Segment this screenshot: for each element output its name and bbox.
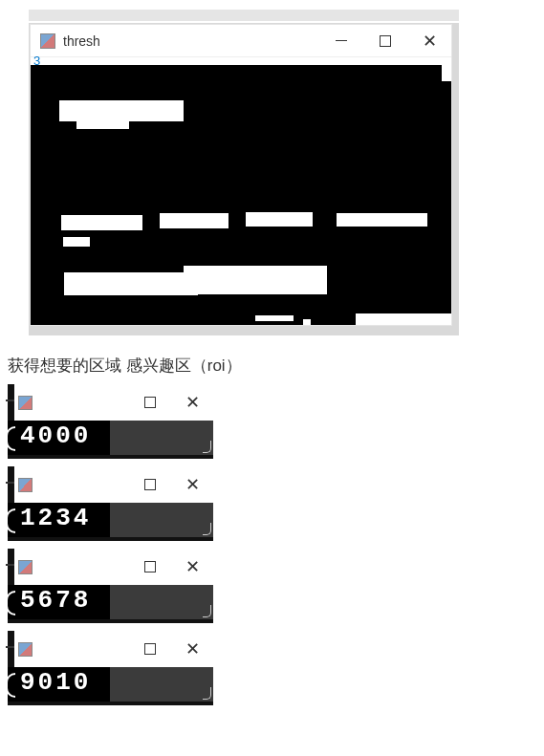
- minimize-button[interactable]: [319, 26, 363, 56]
- roi-window: ✕ 9010: [8, 631, 213, 705]
- dash-icon: [6, 564, 14, 566]
- close-icon: ✕: [185, 558, 200, 575]
- roi-body: 1234: [8, 503, 213, 537]
- roi-digits: 4000: [14, 421, 110, 455]
- maximize-button[interactable]: [363, 26, 407, 56]
- thresh-outer-frame: 3 thresh ✕: [29, 23, 459, 335]
- titlebar: ✕: [14, 384, 213, 421]
- close-icon: ✕: [185, 394, 200, 411]
- line-number: 3: [33, 54, 40, 68]
- maximize-button[interactable]: [129, 634, 171, 664]
- svg-rect-11: [184, 266, 327, 294]
- close-icon: ✕: [185, 640, 200, 658]
- svg-rect-14: [356, 313, 451, 325]
- thresh-window: thresh ✕: [30, 24, 452, 326]
- svg-rect-9: [63, 237, 90, 247]
- background-band: [29, 10, 459, 21]
- roi-right-panel: [110, 585, 213, 619]
- app-icon: [18, 642, 33, 657]
- roi-digits: 1234: [14, 503, 110, 537]
- maximize-button[interactable]: [129, 469, 171, 500]
- svg-rect-7: [246, 212, 313, 227]
- roi-right-panel: [110, 503, 213, 537]
- svg-rect-13: [303, 319, 311, 325]
- roi-window: ✕ 4000: [8, 384, 213, 459]
- left-arc: [8, 503, 14, 537]
- svg-rect-8: [337, 213, 427, 227]
- close-icon: ✕: [423, 32, 437, 50]
- roi-right-panel: [110, 667, 213, 702]
- roi-body: 9010: [8, 667, 213, 702]
- dash-icon: [6, 482, 14, 484]
- roi-window: ✕ 5678: [8, 549, 213, 623]
- app-icon: [18, 396, 33, 410]
- svg-rect-12: [255, 315, 294, 321]
- roi-body: 5678: [8, 585, 213, 619]
- maximize-button[interactable]: [129, 387, 171, 418]
- titlebar: ✕: [14, 466, 213, 503]
- titlebar: thresh ✕: [31, 25, 451, 57]
- dash-icon: [6, 400, 14, 401]
- dash-icon: [6, 646, 14, 648]
- thresh-image: [31, 57, 451, 325]
- svg-rect-2: [442, 57, 451, 81]
- close-button[interactable]: ✕: [171, 469, 213, 500]
- svg-rect-5: [61, 215, 142, 230]
- svg-rect-6: [160, 213, 228, 228]
- app-icon: [18, 560, 33, 574]
- close-button[interactable]: ✕: [171, 551, 213, 582]
- titlebar: ✕: [14, 631, 213, 667]
- close-button[interactable]: ✕: [407, 26, 451, 56]
- roi-stack: ✕ 4000 ✕ 1234 ✕: [8, 384, 213, 705]
- roi-digits: 5678: [14, 585, 110, 619]
- app-icon: [40, 33, 55, 49]
- roi-window: ✕ 1234: [8, 466, 213, 541]
- close-button[interactable]: ✕: [171, 634, 213, 664]
- svg-rect-4: [76, 121, 129, 129]
- caption-text: 获得想要的区域 感兴趣区（roi）: [8, 355, 544, 377]
- maximize-icon: [144, 643, 156, 655]
- left-arc: [8, 667, 14, 702]
- maximize-icon: [380, 35, 391, 47]
- close-icon: ✕: [185, 476, 200, 493]
- roi-body: 4000: [8, 421, 213, 455]
- close-button[interactable]: ✕: [171, 387, 213, 418]
- svg-rect-10: [64, 272, 198, 295]
- window-title: thresh: [63, 33, 319, 49]
- svg-rect-1: [31, 57, 451, 65]
- roi-right-panel: [110, 421, 213, 455]
- window-controls: ✕: [319, 26, 451, 56]
- minimize-icon: [336, 40, 347, 42]
- titlebar: ✕: [14, 549, 213, 585]
- app-icon: [18, 478, 33, 492]
- maximize-icon: [144, 479, 156, 490]
- left-arc: [8, 585, 14, 619]
- maximize-button[interactable]: [129, 551, 171, 582]
- maximize-icon: [144, 397, 156, 408]
- roi-digits: 9010: [14, 667, 110, 702]
- maximize-icon: [144, 561, 156, 572]
- svg-rect-3: [59, 100, 184, 121]
- left-arc: [8, 421, 14, 455]
